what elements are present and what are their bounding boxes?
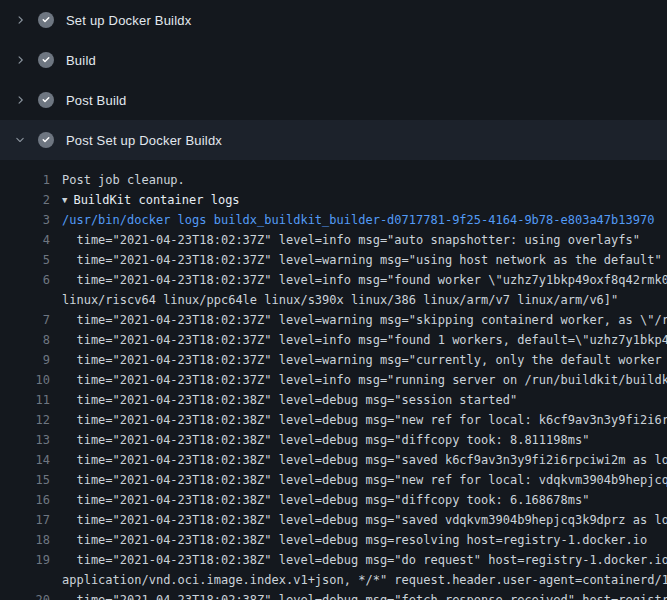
check-circle-icon xyxy=(38,12,54,28)
log-line: 17 time="2021-04-23T18:02:38Z" level=deb… xyxy=(0,510,667,530)
log-line: 1Post job cleanup. xyxy=(0,170,667,190)
log-line: 8 time="2021-04-23T18:02:37Z" level=info… xyxy=(0,330,667,350)
log-line: 18 time="2021-04-23T18:02:38Z" level=deb… xyxy=(0,530,667,550)
line-number[interactable]: 12 xyxy=(12,410,50,430)
log-line: 19 time="2021-04-23T18:02:38Z" level=deb… xyxy=(0,550,667,570)
line-number[interactable]: 14 xyxy=(12,450,50,470)
check-circle-icon xyxy=(38,52,54,68)
log-line: 16 time="2021-04-23T18:02:38Z" level=deb… xyxy=(0,490,667,510)
line-number[interactable]: 11 xyxy=(12,390,50,410)
step-row-post-build[interactable]: Post Build xyxy=(0,80,667,120)
step-row-post-set-up-docker-buildx[interactable]: Post Set up Docker Buildx xyxy=(0,120,667,160)
line-number[interactable]: 6 xyxy=(12,270,50,290)
workflow-step-list: Set up Docker BuildxBuildPost BuildPost … xyxy=(0,0,667,160)
log-text: linux/riscv64 linux/ppc64le linux/s390x … xyxy=(62,290,618,310)
line-number[interactable]: 18 xyxy=(12,530,50,550)
log-line: 5 time="2021-04-23T18:02:37Z" level=warn… xyxy=(0,250,667,270)
log-text: time="2021-04-23T18:02:37Z" level=info m… xyxy=(62,230,640,250)
line-number[interactable]: 16 xyxy=(12,490,50,510)
log-text: time="2021-04-23T18:02:37Z" level=info m… xyxy=(62,330,667,350)
line-number[interactable]: 9 xyxy=(12,350,50,370)
log-text: time="2021-04-23T18:02:38Z" level=debug … xyxy=(62,490,589,510)
log-text: time="2021-04-23T18:02:37Z" level=warnin… xyxy=(62,250,662,270)
line-number[interactable]: 13 xyxy=(12,430,50,450)
log-text: time="2021-04-23T18:02:37Z" level=warnin… xyxy=(62,350,667,370)
line-number[interactable]: 5 xyxy=(12,250,50,270)
log-text: time="2021-04-23T18:02:38Z" level=debug … xyxy=(62,510,667,530)
log-line: 7 time="2021-04-23T18:02:37Z" level=warn… xyxy=(0,310,667,330)
line-number[interactable]: 15 xyxy=(12,470,50,490)
log-line: 10 time="2021-04-23T18:02:37Z" level=inf… xyxy=(0,370,667,390)
check-circle-icon xyxy=(38,92,54,108)
log-line: application/vnd.oci.image.index.v1+json,… xyxy=(0,570,667,590)
line-number[interactable]: 20 xyxy=(12,590,50,600)
log-line: 2▼BuildKit container logs xyxy=(0,190,667,210)
chevron-right-icon xyxy=(12,92,28,108)
log-text: time="2021-04-23T18:02:38Z" level=debug … xyxy=(62,390,517,410)
log-text: time="2021-04-23T18:02:37Z" level=info m… xyxy=(62,270,667,290)
chevron-right-icon xyxy=(12,12,28,28)
step-label: Post Build xyxy=(66,93,127,108)
log-line: 3/usr/bin/docker logs buildx_buildkit_bu… xyxy=(0,210,667,230)
line-number[interactable]: 7 xyxy=(12,310,50,330)
line-number[interactable]: 3 xyxy=(12,210,50,230)
step-label: Build xyxy=(66,53,96,68)
log-text: time="2021-04-23T18:02:38Z" level=debug … xyxy=(62,530,647,550)
line-number xyxy=(12,290,50,310)
check-circle-icon xyxy=(38,132,54,148)
log-line: 20 time="2021-04-23T18:02:38Z" level=deb… xyxy=(0,590,667,600)
log-line: 4 time="2021-04-23T18:02:37Z" level=info… xyxy=(0,230,667,250)
line-number[interactable]: 4 xyxy=(12,230,50,250)
log-line: 11 time="2021-04-23T18:02:38Z" level=deb… xyxy=(0,390,667,410)
log-line: 14 time="2021-04-23T18:02:38Z" level=deb… xyxy=(0,450,667,470)
log-text: application/vnd.oci.image.index.v1+json,… xyxy=(62,570,667,590)
line-number[interactable]: 19 xyxy=(12,550,50,570)
log-text: Post job cleanup. xyxy=(62,170,185,190)
step-row-build[interactable]: Build xyxy=(0,40,667,80)
log-line: 15 time="2021-04-23T18:02:38Z" level=deb… xyxy=(0,470,667,490)
log-text: time="2021-04-23T18:02:38Z" level=debug … xyxy=(62,550,667,570)
line-number[interactable]: 1 xyxy=(12,170,50,190)
log-line: linux/riscv64 linux/ppc64le linux/s390x … xyxy=(0,290,667,310)
triangle-down-icon: ▼ xyxy=(62,195,67,205)
log-text: time="2021-04-23T18:02:37Z" level=info m… xyxy=(62,370,667,390)
step-label: Post Set up Docker Buildx xyxy=(66,133,222,148)
log-area: 1Post job cleanup.2▼BuildKit container l… xyxy=(0,160,667,600)
log-group-title: BuildKit container logs xyxy=(73,193,239,207)
log-text: time="2021-04-23T18:02:38Z" level=debug … xyxy=(62,590,667,600)
log-text: time="2021-04-23T18:02:37Z" level=warnin… xyxy=(62,310,667,330)
actions-log-viewer: { "theme": { "background": "#14181e", "e… xyxy=(0,0,667,600)
line-number[interactable]: 10 xyxy=(12,370,50,390)
line-number xyxy=(12,570,50,590)
log-line: 9 time="2021-04-23T18:02:37Z" level=warn… xyxy=(0,350,667,370)
log-text: time="2021-04-23T18:02:38Z" level=debug … xyxy=(62,470,667,490)
chevron-right-icon xyxy=(12,52,28,68)
log-command-text: /usr/bin/docker logs buildx_buildkit_bui… xyxy=(62,210,654,230)
line-number[interactable]: 2 xyxy=(12,190,50,210)
chevron-down-icon xyxy=(12,132,28,148)
log-line: 13 time="2021-04-23T18:02:38Z" level=deb… xyxy=(0,430,667,450)
log-group-header[interactable]: ▼BuildKit container logs xyxy=(62,190,240,210)
log-text: time="2021-04-23T18:02:38Z" level=debug … xyxy=(62,450,667,470)
step-label: Set up Docker Buildx xyxy=(66,13,191,28)
line-number[interactable]: 8 xyxy=(12,330,50,350)
log-line: 12 time="2021-04-23T18:02:38Z" level=deb… xyxy=(0,410,667,430)
log-line: 6 time="2021-04-23T18:02:37Z" level=info… xyxy=(0,270,667,290)
step-row-set-up-docker-buildx[interactable]: Set up Docker Buildx xyxy=(0,0,667,40)
log-text: time="2021-04-23T18:02:38Z" level=debug … xyxy=(62,410,667,430)
line-number[interactable]: 17 xyxy=(12,510,50,530)
log-text: time="2021-04-23T18:02:38Z" level=debug … xyxy=(62,430,589,450)
